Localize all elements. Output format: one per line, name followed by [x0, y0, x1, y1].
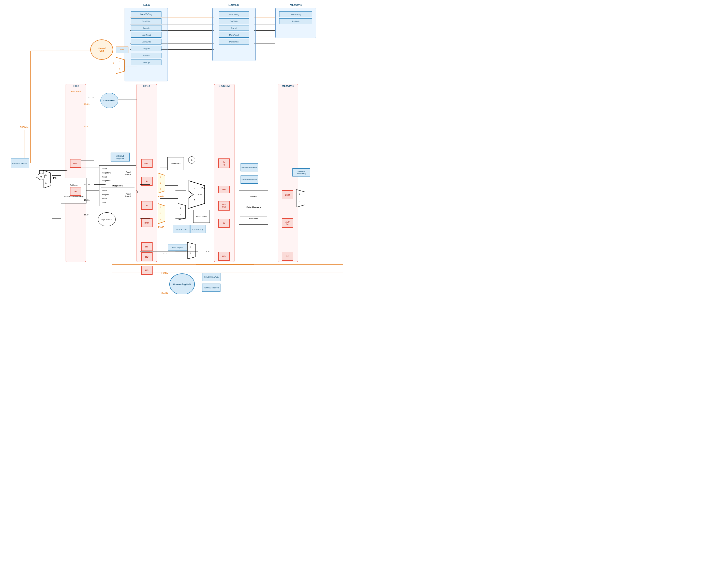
svg-text:1: 1 — [119, 67, 120, 70]
top-exmem-label: EX/MEM — [213, 3, 255, 6]
idex-regdst: RegDst — [131, 46, 161, 51]
hazard-mux: 0 1 — [116, 57, 125, 74]
fwdb-bottom: FwdB — [161, 292, 168, 294]
exmem-memtoreg: MemToReg — [219, 12, 249, 17]
idex-aluop: ALUOp — [131, 60, 161, 65]
exmem-regwrite-top: RegWrite — [219, 18, 249, 24]
idex-alusrc: ALUSrc — [131, 52, 161, 58]
top-idex-label: ID/EX — [125, 3, 168, 6]
stall-box: Stall — [116, 46, 128, 53]
svg-marker-33 — [116, 57, 125, 74]
exmem-branch-top: Branch — [219, 25, 249, 31]
pipeline-diagram: ID/EX MemToReg RegWrite Branch MemRead M… — [0, 0, 356, 294]
memwb-memtoreg-top: MemToReg — [279, 12, 312, 17]
hazard-mux-0: 0 → — [113, 62, 117, 64]
svg-text:0: 0 — [119, 60, 120, 63]
idex-branch: Branch — [131, 25, 161, 31]
hazard-unit: Hazard Unit — [90, 39, 113, 60]
idex-memwrite: MemWrite — [131, 39, 161, 44]
exmem-memwrite-top: MemWrite — [219, 39, 249, 44]
memwb-regwrite-top: RegWrite — [279, 18, 312, 24]
idex-memread: MemRead — [131, 32, 161, 38]
idex-regwrite: RegWrite — [131, 18, 161, 24]
top-memwb-label: MEM/WB — [276, 3, 316, 6]
exmem-memread-top: MemRead — [219, 32, 249, 38]
main-pipeline-wires — [0, 84, 330, 287]
idex-memtoreg: MemToReg — [131, 12, 161, 17]
